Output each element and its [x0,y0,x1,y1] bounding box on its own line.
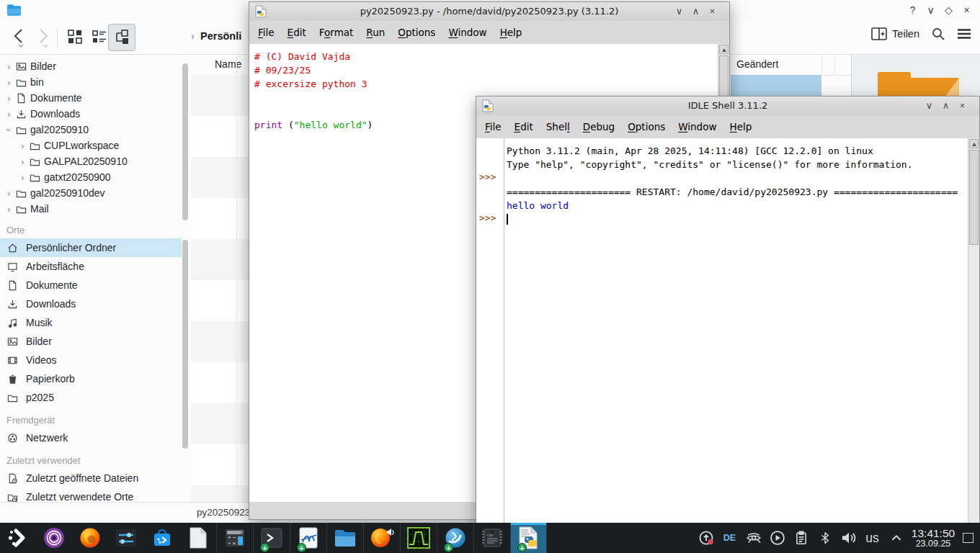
file-list[interactable] [191,75,249,502]
split-view-button[interactable]: Teilen [871,27,919,40]
tree-item-bilder[interactable]: ›Bilder [0,58,182,74]
menu-file[interactable]: File [478,121,508,132]
place-item-downloads[interactable]: Downloads [0,295,182,313]
column-modified[interactable]: Geändert [736,58,778,70]
bluetooth-icon[interactable] [813,523,837,553]
menu-run[interactable]: Run [360,27,391,38]
menu-window[interactable]: Window [442,27,493,38]
task-calculator[interactable]: 0+ −÷ × [216,523,253,553]
tree-item-gal20250910[interactable]: ›gal20250910 [0,122,182,138]
expander-chevron-icon[interactable]: › [4,125,14,135]
maximize-button[interactable]: ∧ [687,5,704,18]
system-settings-icon[interactable] [108,523,144,553]
breadcrumb-label[interactable]: Persönli [200,30,241,42]
task-firefox-audio[interactable] [363,523,400,553]
tree-item-dokumente[interactable]: ›Dokumente [0,90,182,106]
tor-browser-icon[interactable] [36,523,72,553]
table-row[interactable] [191,444,249,485]
expander-chevron-icon[interactable]: › [4,109,14,120]
table-row[interactable] [191,362,249,403]
table-row[interactable] [191,403,249,444]
menu-edit[interactable]: Edit [281,27,313,38]
task-oscilloscope-app[interactable] [400,523,437,553]
minimize-button[interactable]: ∨ [921,99,937,112]
table-row[interactable] [191,157,249,198]
task-konqueror[interactable]: + [437,523,473,553]
task-dolphin-file-manager[interactable] [326,523,363,553]
close-button[interactable]: × [958,3,976,18]
table-row[interactable] [191,239,249,280]
keyboard-layout-de[interactable]: DE [718,523,741,553]
table-row[interactable] [191,280,249,321]
expander-chevron-icon[interactable]: › [18,172,27,183]
keyboard-layout-us[interactable]: us [860,523,884,553]
expander-chevron-icon[interactable]: › [4,93,14,104]
tree-item-gal20250910dev[interactable]: ›gal20250910dev [0,185,182,201]
table-row[interactable] [191,485,249,502]
show-desktop-button[interactable] [963,533,974,543]
maximize-button[interactable]: ◇ [940,3,958,18]
place-item-zuletzt-ge-ffnete-dateien[interactable]: Zuletzt geöffnete Dateien [0,469,182,487]
table-row[interactable] [191,321,249,362]
minimize-button[interactable]: ∨ [671,5,687,18]
media-player-icon[interactable] [765,523,789,553]
place-item-arbeitsfl-che[interactable]: Arbeitsfläche [0,257,182,276]
column-name[interactable]: Name [215,58,241,70]
expander-chevron-icon[interactable]: › [4,77,14,88]
menu-edit[interactable]: Edit [508,121,540,132]
back-icon[interactable] [10,27,29,48]
breadcrumb[interactable]: › Persönli [191,30,248,42]
clipboard-icon[interactable] [789,523,813,553]
scroll-up-icon[interactable] [719,45,729,54]
table-row[interactable] [191,75,249,116]
place-item-pers-nlicher-ordner[interactable]: Persönlicher Ordner [0,238,182,257]
place-item-musik[interactable]: Musik [0,313,182,332]
forward-icon[interactable] [35,27,53,48]
scroll-up-icon[interactable] [969,139,979,148]
tree-item-cuplworkspace[interactable]: ›CUPLworkspace [0,138,182,153]
maximize-button[interactable]: ∧ [937,99,954,112]
table-row[interactable] [191,116,249,157]
expander-chevron-icon[interactable]: › [18,156,27,167]
task-chip-programmer[interactable]: C&V [473,523,510,553]
expander-chevron-icon[interactable]: › [4,61,14,72]
tree-item-galpal20250910[interactable]: ›GALPAL20250910 [0,153,182,169]
menu-debug[interactable]: Debug [576,121,621,132]
menu-help[interactable]: Help [494,27,529,38]
menu-shell[interactable]: Shell [540,121,576,132]
menu-options[interactable]: Options [621,121,672,132]
table-row[interactable] [191,198,249,239]
task-idle-python[interactable]: + [510,523,547,553]
shell-text-area[interactable]: Python 3.11.2 (main, Apr 28 2025, 14:11:… [476,138,968,551]
editor-titlebar[interactable]: py20250923.py - /home/david/py20250923.p… [249,2,729,22]
discover-icon[interactable] [144,523,180,553]
place-item-papierkorb[interactable]: Papierkorb [0,369,182,388]
app-launcher-icon[interactable] [0,523,36,553]
expander-chevron-icon[interactable]: › [18,140,27,151]
menu-window[interactable]: Window [672,121,723,132]
hamburger-menu-icon[interactable] [957,28,971,40]
shell-scrollbar[interactable] [968,138,979,551]
place-item-p2025[interactable]: p2025 [0,388,182,407]
help-button[interactable]: ? [904,3,922,18]
text-document-icon[interactable] [180,523,216,553]
menu-file[interactable]: File [251,27,281,38]
tree-item-bin[interactable]: ›bin [0,74,182,90]
firefox-icon[interactable] [72,523,108,553]
menu-format[interactable]: Format [313,27,360,38]
expander-chevron-icon[interactable]: › [4,188,14,199]
menu-options[interactable]: Options [391,27,442,38]
tree-item-downloads[interactable]: ›Downloads [0,106,182,122]
details-view-icon[interactable] [108,24,135,51]
digital-clock[interactable]: 13:41:50 23.09.25 [909,527,957,549]
close-button[interactable]: × [704,5,721,18]
places-scrollbar[interactable] [182,240,188,449]
tree-item-mail[interactable]: ›Mail [0,201,182,217]
menu-help[interactable]: Help [723,121,759,132]
place-item-dokumente[interactable]: Dokumente [0,276,182,295]
expand-tray-icon[interactable] [884,523,908,553]
place-item-videos[interactable]: Videos [0,351,182,369]
tree-item-gatxt20250900[interactable]: ›gatxt20250900 [0,169,182,185]
icons-view-icon[interactable] [62,24,88,50]
expander-chevron-icon[interactable]: › [4,204,14,215]
